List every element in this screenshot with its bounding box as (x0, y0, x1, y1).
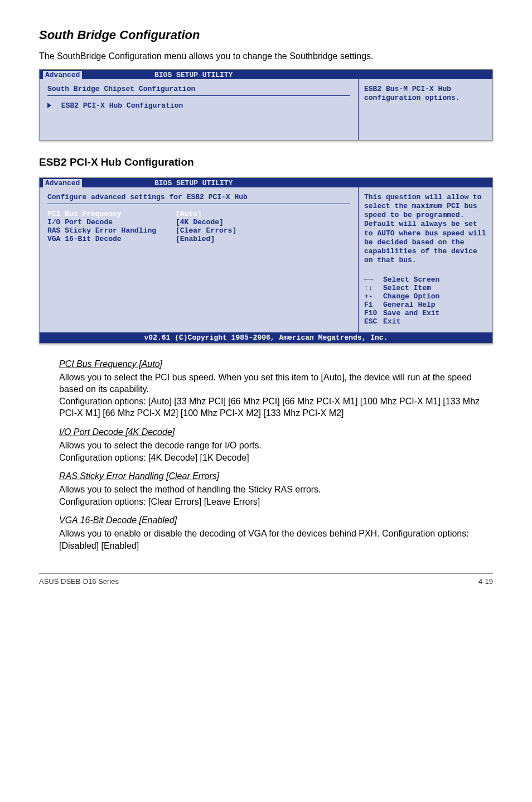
bios-tab: Advanced (43, 179, 82, 187)
setting-value: [Auto] (176, 210, 202, 218)
item-pci: PCI Bus Frequency [Auto] Allows you to s… (39, 359, 493, 419)
divider (47, 204, 350, 204)
setting-row: I/O Port Decode [4K Decode] (47, 218, 350, 226)
bios-help-text: ESB2 Bus-M PCI-X Hub configuration optio… (364, 85, 487, 103)
key-desc: Change Option (383, 292, 439, 301)
bios-help-pane: This question will allow to select the m… (359, 187, 492, 332)
item-vga: VGA 16-Bit Decode [Enabled] Allows you t… (39, 515, 493, 552)
subsection-heading: ESB2 PCI-X Hub Configuration (39, 156, 493, 168)
bios-screen-esb2: Advanced BIOS SETUP UTILITY Configure ad… (39, 177, 493, 344)
setting-value: [4K Decode] (176, 218, 224, 226)
setting-value: [Clear Errors] (176, 226, 236, 235)
bios-help-pane: ESB2 Bus-M PCI-X Hub configuration optio… (359, 79, 492, 140)
item-title: PCI Bus Frequency [Auto] (59, 359, 493, 369)
item-body: Allows you to select the method of handl… (59, 484, 493, 508)
submenu-arrow-icon (47, 103, 51, 108)
setting-label: RAS Sticky Error Handling (47, 226, 176, 235)
item-title: VGA 16-Bit Decode [Enabled] (59, 515, 493, 525)
bios-titlebar: Advanced BIOS SETUP UTILITY (40, 70, 492, 79)
item-io: I/O Port Decode [4K Decode] Allows you t… (39, 427, 493, 463)
key: F10 (364, 309, 383, 317)
key-desc: Exit (383, 317, 400, 326)
bios-left-pane: South Bridge Chipset Configuration ESB2 … (40, 79, 359, 140)
bios-left-header: South Bridge Chipset Configuration (47, 85, 350, 93)
key: F1 (364, 301, 383, 309)
setting-label: VGA 16-Bit Decode (47, 235, 176, 243)
bios-submenu-row: ESB2 PCI-X Hub Configuration (47, 102, 350, 110)
setting-row: RAS Sticky Error Handling [Clear Errors] (47, 226, 350, 235)
item-title: RAS Sticky Error Handling [Clear Errors] (59, 471, 493, 481)
key: ESC (364, 317, 383, 326)
item-body: Allows you to select the decode range fo… (59, 439, 493, 463)
footer-left: ASUS DSEB-D16 Series (39, 577, 119, 586)
bios-tab: Advanced (43, 71, 82, 79)
item-ras: RAS Sticky Error Handling [Clear Errors]… (39, 471, 493, 508)
bios-left-pane: Configure advanced settings for ESB2 PCI… (40, 187, 359, 332)
bios-title: BIOS SETUP UTILITY (99, 179, 489, 187)
divider (47, 95, 350, 96)
key: ↑↓ (364, 284, 383, 292)
key-desc: Select Screen (383, 276, 439, 284)
item-body: Allows you to enable or disable the deco… (59, 528, 493, 552)
bios-submenu-label: ESB2 PCI-X Hub Configuration (61, 102, 183, 110)
bios-key-legend: ←→Select Screen ↑↓Select Item +-Change O… (364, 276, 487, 326)
key: ←→ (364, 276, 383, 284)
bios-help-text: This question will allow to select the m… (364, 193, 487, 265)
section-heading: South Bridge Configuration (39, 28, 493, 42)
bios-titlebar: Advanced BIOS SETUP UTILITY (40, 178, 492, 187)
setting-label: I/O Port Decode (47, 218, 176, 226)
footer-right: 4-19 (478, 577, 493, 586)
item-title: I/O Port Decode [4K Decode] (59, 427, 493, 437)
setting-value: [Enabled] (176, 235, 215, 243)
item-body: Allows you to select the PCI bus speed. … (59, 371, 493, 419)
setting-row: VGA 16-Bit Decode [Enabled] (47, 235, 350, 243)
bios-screen-southbridge: Advanced BIOS SETUP UTILITY South Bridge… (39, 69, 493, 141)
key-desc: Select Item (383, 284, 431, 292)
page-footer: ASUS DSEB-D16 Series 4-19 (39, 573, 493, 586)
bios-left-header: Configure advanced settings for ESB2 PCI… (47, 193, 350, 201)
key-desc: General Help (383, 301, 436, 309)
bios-footer: v02.61 (C)Copyright 1985-2006, American … (40, 332, 492, 343)
key: +- (364, 292, 383, 301)
key-desc: Save and Exit (383, 309, 439, 317)
bios-title: BIOS SETUP UTILITY (99, 71, 489, 79)
setting-row: PCI Bus Frequency [Auto] (47, 210, 350, 218)
section-intro: The SouthBridge Configuration menu allow… (39, 50, 493, 62)
setting-label: PCI Bus Frequency (47, 210, 176, 218)
